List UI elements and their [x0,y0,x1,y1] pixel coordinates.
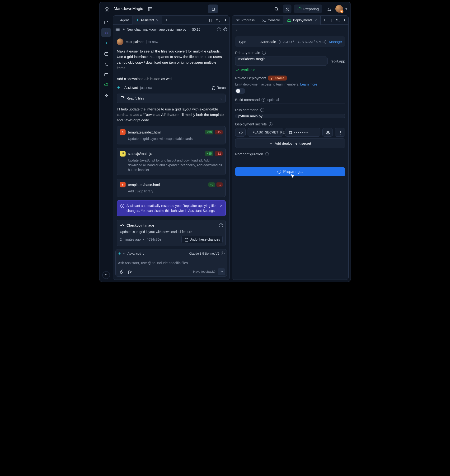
rail-agent-icon[interactable]: ⠿ [101,28,111,37]
chat-list-icon[interactable] [115,27,120,32]
svg-rect-8 [107,94,108,96]
info-icon[interactable]: i [269,122,272,126]
learn-more-link[interactable]: Learn more [300,82,317,86]
spinner-icon [278,170,281,174]
secrets-code-button[interactable] [235,128,246,137]
secrets-label: Deployment secrets [235,122,267,126]
svg-point-30 [340,133,341,133]
avatar[interactable]: + [335,5,343,12]
file-change-card[interactable]: 5 templates/base.html +2 -1 Add JSZip li… [117,179,226,197]
layout-icon[interactable] [146,5,154,13]
file-change-card[interactable]: 5 templates/index.html +30 -15 Update to… [117,126,226,144]
deploy-button[interactable]: Preparing... [235,167,345,176]
optional-label: optional [267,98,279,102]
invite-icon[interactable] [283,5,291,13]
advanced-toggle[interactable]: Advanced ⌄ [127,252,145,255]
split-pane-icon[interactable] [328,17,334,24]
home-icon[interactable] [103,5,111,13]
search-icon[interactable] [272,5,281,13]
primary-domain-label: Primary domain [235,51,260,55]
info-icon[interactable]: i [265,152,269,156]
more-icon[interactable] [221,17,229,24]
rail-explorer-icon[interactable] [101,17,111,27]
domain-available: Available [235,67,345,72]
svg-point-13 [225,20,226,21]
close-icon[interactable]: ✕ [314,18,317,22]
undo-button[interactable]: Undo these changes [181,236,223,243]
read-files-label: Read 5 files [126,96,144,100]
tab-agent[interactable]: ⠿ Agent [113,16,132,25]
chevron-down-icon[interactable]: ⌄ [342,152,345,156]
new-chat-button[interactable]: ＋ New chat [122,27,141,32]
rail-assistant-icon[interactable]: ✦ [101,38,111,48]
assistant-avatar-icon: ✦ [117,85,122,90]
feedback-link[interactable]: Have feedback? [193,270,215,273]
info-icon: i [221,252,225,255]
svg-point-31 [340,134,341,134]
tab-assistant[interactable]: ✦ Assistant ✕ [132,16,163,25]
attach-icon[interactable] [118,268,124,275]
expand-icon[interactable] [334,17,341,24]
svg-point-16 [116,29,116,30]
close-icon[interactable]: ✕ [220,203,223,213]
model-picker[interactable]: Claude 3.5 Sonnet V2 i [189,252,225,255]
svg-point-29 [340,131,341,132]
add-folder-icon[interactable] [126,268,133,275]
send-button[interactable] [218,268,225,275]
lines-removed: -1 [216,182,223,187]
settings-icon[interactable] [223,27,227,32]
run-command-input[interactable]: python main.py [235,114,345,118]
rail-run-icon[interactable] [101,49,111,58]
info-icon[interactable]: i [261,98,265,102]
info-icon[interactable]: i [262,51,266,55]
user-message-header: matt-palmer just now [117,38,226,45]
svg-rect-10 [107,96,108,97]
refresh-icon[interactable] [218,223,223,228]
tab-deployments[interactable]: Deployments ✕ [283,16,321,25]
expand-icon[interactable] [214,17,221,24]
notifications-icon[interactable] [325,5,333,13]
svg-point-28 [327,132,329,133]
assistant-settings-link[interactable]: Assistant Settings [188,209,214,213]
composer-input[interactable]: Ask Assistant, use @ to include specific… [116,258,227,267]
secret-value-cell[interactable]: •••••••• [285,128,321,137]
run-stop-button[interactable] [208,5,218,13]
chevron-down-icon: ⌄ [220,96,223,100]
progress-icon [235,18,239,22]
svg-rect-7 [105,94,106,96]
secret-key-cell[interactable]: FLASK_SECRET_KEY [248,128,283,137]
add-secret-button[interactable]: ＋ Add deployment secret [235,139,345,148]
rail-apps-icon[interactable] [101,90,111,100]
add-tab-button[interactable]: ＋ [162,18,170,23]
deploy-status-chip[interactable]: Preparing [294,5,322,13]
tab-progress[interactable]: Progress [232,16,258,25]
chevron-down-icon[interactable]: ▾ [345,7,347,11]
manage-link[interactable]: Manage [329,40,342,44]
back-button[interactable]: ← [235,28,241,33]
split-pane-icon[interactable] [207,17,214,24]
secret-more-button[interactable] [335,128,345,137]
info-icon[interactable]: i [260,108,264,112]
reveal-secret-button[interactable] [322,128,333,137]
more-icon[interactable] [341,17,348,24]
rail-deploy-icon[interactable] [101,80,111,90]
read-files-collapsible[interactable]: Read 5 files ⌄ [117,94,226,103]
add-tab-button[interactable]: ＋ [321,18,328,23]
rail-shell-icon[interactable] [101,59,111,69]
assistant-time: just now [140,86,152,90]
help-icon[interactable]: ? [102,271,110,279]
rail-workspace-icon[interactable] [101,70,111,79]
rerun-button[interactable]: Rerun [211,85,226,90]
primary-domain-input[interactable]: markdown-magic [235,57,327,66]
port-config-label: Port configuration [235,152,263,156]
svg-point-23 [344,19,345,19]
agent-icon: ⠿ [116,18,118,22]
build-command-input[interactable] [235,103,345,104]
close-icon[interactable]: ✕ [156,18,159,22]
refresh-icon[interactable] [216,27,220,32]
private-deploy-toggle[interactable] [235,88,245,94]
tab-console[interactable]: Console [258,16,283,25]
info-panel: Assistant automatically restarted your R… [117,200,226,216]
rerun-label: Rerun [217,86,226,90]
file-change-card[interactable]: JS static/js/main.js +45 -12 Update Java… [117,148,226,175]
